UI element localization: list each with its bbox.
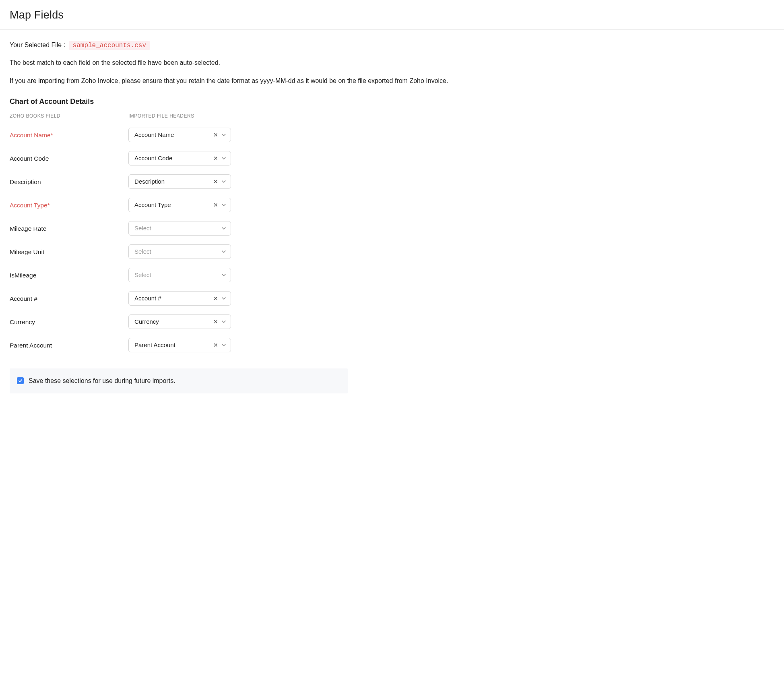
- column-header-imported: IMPORTED FILE HEADERS: [128, 113, 194, 119]
- map-row: Account #Account #✕: [10, 291, 473, 306]
- map-row: Account Type*Account Type✕: [10, 198, 473, 212]
- info-automatch: The best match to each field on the sele…: [10, 58, 473, 68]
- map-row: Parent AccountParent Account✕: [10, 338, 473, 352]
- clear-icon[interactable]: ✕: [213, 201, 219, 209]
- save-selections-box: Save these selections for use during fut…: [10, 368, 348, 393]
- map-row: Mileage RateSelect✕: [10, 221, 473, 236]
- map-row: Account Name*Account Name✕: [10, 128, 473, 142]
- save-selections-checkbox[interactable]: [17, 377, 24, 384]
- map-row: IsMileageSelect✕: [10, 268, 473, 282]
- info-dateformat: If you are importing from Zoho Invoice, …: [10, 76, 473, 86]
- field-label: Currency: [10, 318, 128, 326]
- chevron-down-icon[interactable]: [221, 272, 227, 278]
- field-label: Account Name*: [10, 131, 128, 139]
- map-row: Mileage UnitSelect✕: [10, 244, 473, 259]
- selected-file-label: Your Selected File :: [10, 41, 65, 48]
- chevron-down-icon[interactable]: [221, 319, 227, 325]
- chevron-down-icon[interactable]: [221, 248, 227, 255]
- column-header-zoho-field: ZOHO BOOKS FIELD: [10, 113, 128, 119]
- field-label: Account #: [10, 294, 128, 302]
- field-label: Parent Account: [10, 341, 128, 349]
- field-label: Account Code: [10, 154, 128, 162]
- section-heading: Chart of Account Details: [10, 97, 473, 106]
- page-title: Map Fields: [10, 9, 774, 21]
- field-label: Account Type*: [10, 201, 128, 209]
- chevron-down-icon[interactable]: [221, 132, 227, 138]
- chevron-down-icon[interactable]: [221, 155, 227, 161]
- field-label: Mileage Unit: [10, 248, 128, 256]
- page-header: Map Fields: [0, 0, 784, 30]
- clear-icon[interactable]: ✕: [213, 131, 219, 139]
- clear-icon[interactable]: ✕: [213, 295, 219, 302]
- field-label: IsMileage: [10, 271, 128, 279]
- selected-file-line: Your Selected File : sample_accounts.csv: [10, 41, 473, 50]
- save-selections-label: Save these selections for use during fut…: [29, 377, 175, 385]
- field-label: Description: [10, 178, 128, 186]
- selected-file-name: sample_accounts.csv: [69, 41, 150, 50]
- clear-icon[interactable]: ✕: [213, 178, 219, 185]
- clear-icon[interactable]: ✕: [213, 341, 219, 349]
- chevron-down-icon[interactable]: [221, 342, 227, 348]
- map-row: Account CodeAccount Code✕: [10, 151, 473, 165]
- map-row: CurrencyCurrency✕: [10, 314, 473, 329]
- clear-icon[interactable]: ✕: [213, 318, 219, 325]
- map-row: DescriptionDescription✕: [10, 174, 473, 189]
- clear-icon[interactable]: ✕: [213, 155, 219, 162]
- chevron-down-icon[interactable]: [221, 178, 227, 185]
- field-label: Mileage Rate: [10, 224, 128, 232]
- chevron-down-icon[interactable]: [221, 295, 227, 302]
- chevron-down-icon[interactable]: [221, 202, 227, 208]
- chevron-down-icon[interactable]: [221, 225, 227, 232]
